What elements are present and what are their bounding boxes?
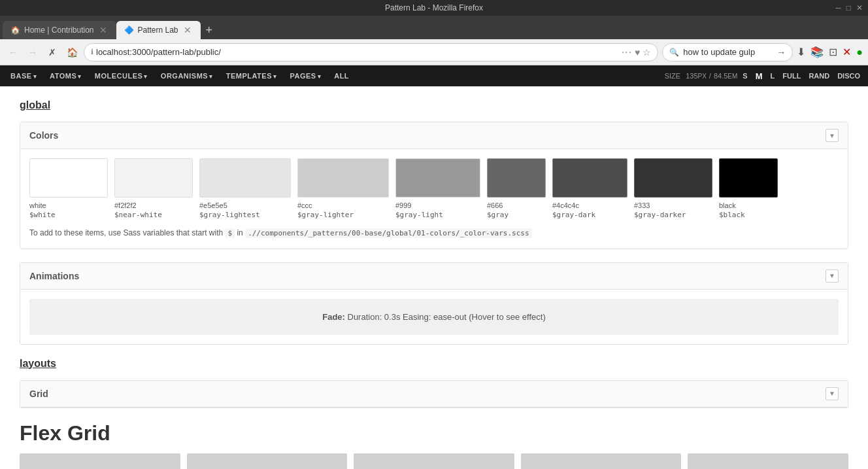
nav-atoms-label: ATOMS <box>50 72 76 80</box>
maximize-button[interactable]: □ <box>846 3 851 12</box>
size-s-button[interactable]: S <box>740 71 750 81</box>
size-value-em: 84.5EM <box>714 72 737 80</box>
home-button[interactable]: 🏠 <box>64 44 80 60</box>
swatch-gray-lightest-var: $gray-lightest <box>199 211 260 219</box>
flex-grid-cell-1 <box>20 453 180 470</box>
size-em-unit: EM <box>727 73 737 80</box>
search-query: how to update gulp <box>683 47 773 57</box>
colors-panel-toggle[interactable]: ▼ <box>826 129 839 142</box>
extension-close-icon[interactable]: ✕ <box>843 46 851 58</box>
animations-panel-toggle[interactable]: ▼ <box>826 269 839 283</box>
size-l-button[interactable]: L <box>768 71 778 81</box>
nav-pages-arrow: ▾ <box>318 73 322 80</box>
nav-base[interactable]: BASE▾ <box>5 69 42 82</box>
nav-all-label: ALL <box>334 72 349 80</box>
nav-all[interactable]: ALL <box>329 69 354 82</box>
nav-templates-arrow: ▾ <box>273 73 277 80</box>
window-controls[interactable]: ─ □ ✕ <box>835 3 863 12</box>
swatch-gray-lightest-box <box>199 158 291 198</box>
nav-molecules-arrow: ▾ <box>144 73 148 80</box>
search-icon: 🔍 <box>669 48 679 57</box>
main-content: global Colors ▼ white $white #f2f2f2 $ne… <box>0 86 868 469</box>
layouts-section-title: layouts <box>20 358 848 370</box>
minimize-button[interactable]: ─ <box>835 3 841 12</box>
toolbar-icons: ⬇ 📚 ⊡ ✕ ● <box>797 46 863 58</box>
size-disco-button[interactable]: DISCO <box>835 71 863 81</box>
size-em-number: 84.5 <box>714 72 727 80</box>
swatch-near-white-hex: #f2f2f2 <box>114 201 137 209</box>
search-bar[interactable]: 🔍 how to update gulp → <box>662 43 793 61</box>
swatch-white: white $white <box>29 158 108 219</box>
extension-icon[interactable]: ● <box>856 46 863 58</box>
size-m-button[interactable]: M <box>753 70 765 82</box>
flex-grid-cell-3 <box>354 453 514 470</box>
url-bar[interactable]: ℹ localhost:3000/pattern-lab/public/ ···… <box>84 43 658 61</box>
tab-patternlab[interactable]: 🔷 Pattern Lab ✕ <box>116 21 201 39</box>
tab-patternlab-label: Pattern Lab <box>138 26 178 35</box>
swatch-near-white-var: $near-white <box>114 211 162 219</box>
swatch-gray-dark: #4c4c4c $gray-dark <box>552 158 627 219</box>
swatch-white-box <box>29 158 108 198</box>
size-value-px: 135PX <box>686 72 707 80</box>
swatch-gray-lighter-var: $gray-lighter <box>297 211 354 219</box>
nav-molecules[interactable]: MOLECULES▾ <box>90 69 153 82</box>
swatch-gray-light-box <box>395 158 480 198</box>
reload-button[interactable]: ✗ <box>44 44 60 60</box>
nav-templates-label: TEMPLATES <box>226 72 272 80</box>
url-more-icon[interactable]: ··· <box>622 46 632 58</box>
flex-grid-cell-4 <box>521 453 682 470</box>
animations-panel: Animations ▼ Fade: Duration: 0.3s Easing… <box>20 262 848 345</box>
swatch-gray-light-var: $gray-light <box>395 211 443 219</box>
search-go-button[interactable]: → <box>776 47 786 58</box>
animation-demo-text: Duration: 0.3s Easing: ease-out (Hover t… <box>345 312 546 322</box>
nav-organisms-label: ORGANISMS <box>161 72 208 80</box>
nav-organisms[interactable]: ORGANISMS▾ <box>156 69 218 82</box>
close-window-button[interactable]: ✕ <box>856 3 863 12</box>
tab-patternlab-close[interactable]: ✕ <box>182 25 193 35</box>
tab-home-label: Home | Contribution <box>24 26 94 35</box>
size-rand-button[interactable]: RAND <box>806 71 832 81</box>
pl-nav: BASE▾ ATOMS▾ MOLECULES▾ ORGANISMS▾ TEMPL… <box>0 65 868 86</box>
swatch-gray-lighter-box <box>297 158 389 198</box>
animations-panel-body: Fade: Duration: 0.3s Easing: ease-out (H… <box>20 290 848 344</box>
grid-panel-toggle[interactable]: ▼ <box>826 387 839 400</box>
nav-base-label: BASE <box>10 72 32 80</box>
grid-panel-title: Grid <box>29 389 48 399</box>
tab-patternlab-icon: 🔷 <box>124 26 134 35</box>
nav-pages[interactable]: PAGES▾ <box>284 69 326 82</box>
swatch-gray-box <box>487 158 546 198</box>
size-label: SIZE <box>665 72 680 80</box>
nav-atoms[interactable]: ATOMS▾ <box>44 69 87 82</box>
address-bar: ← → ✗ 🏠 ℹ localhost:3000/pattern-lab/pub… <box>0 39 868 65</box>
bookmark-icon[interactable]: ♥ <box>635 47 640 58</box>
forward-button[interactable]: → <box>25 44 41 60</box>
flex-grid-cell-5 <box>688 453 848 470</box>
colors-panel-header: Colors ▼ <box>20 122 848 149</box>
swatch-gray-light: #999 $gray-light <box>395 158 480 219</box>
color-note: To add to these items, use Sass variable… <box>29 227 839 239</box>
swatch-gray-lightest: #e5e5e5 $gray-lightest <box>199 158 291 219</box>
download-icon[interactable]: ⬇ <box>797 46 805 58</box>
swatch-gray-dark-hex: #4c4c4c <box>552 201 579 209</box>
window-title: Pattern Lab - Mozilla Firefox <box>385 3 483 12</box>
url-text: localhost:3000/pattern-lab/public/ <box>96 47 619 57</box>
nav-pages-label: PAGES <box>290 72 316 80</box>
nav-templates[interactable]: TEMPLATES▾ <box>221 69 282 82</box>
tab-home-close[interactable]: ✕ <box>98 25 108 35</box>
size-full-button[interactable]: FULL <box>780 71 803 81</box>
swatch-near-white: #f2f2f2 $near-white <box>114 158 193 219</box>
global-section-title: global <box>20 99 848 111</box>
star-icon[interactable]: ☆ <box>643 47 651 58</box>
swatch-black-var: $black <box>719 211 745 219</box>
reader-view-icon[interactable]: ⊡ <box>829 46 837 58</box>
swatch-gray-darker-var: $gray-darker <box>634 211 686 219</box>
new-tab-button[interactable]: + <box>201 21 218 39</box>
swatch-gray-lighter: #ccc $gray-lighter <box>297 158 389 219</box>
url-security-icon: ℹ <box>91 48 93 56</box>
swatch-gray-darker-box <box>634 158 712 198</box>
tab-home[interactable]: 🏠 Home | Contribution ✕ <box>3 21 116 39</box>
swatch-gray: #666 $gray <box>487 158 546 219</box>
bookmarks-icon[interactable]: 📚 <box>810 46 824 58</box>
back-button[interactable]: ← <box>5 44 21 60</box>
swatch-gray-var: $gray <box>487 211 509 219</box>
